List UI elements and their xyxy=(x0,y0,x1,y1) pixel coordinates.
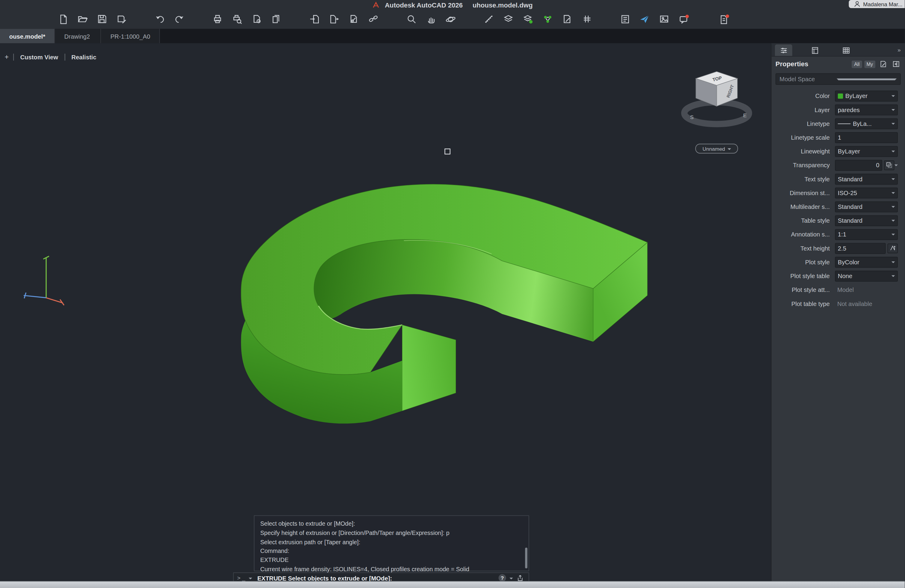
field-button[interactable] xyxy=(578,12,595,27)
command-history-line: EXTRUDE xyxy=(260,556,520,565)
color-swatch xyxy=(838,93,843,98)
command-history-panel[interactable]: Select objects to extrude or [MOde]: Spe… xyxy=(254,515,529,571)
recent-commands-icon[interactable] xyxy=(249,577,252,581)
properties-panel: » Properties All My Model Space Color xyxy=(771,43,905,581)
layer-states-icon xyxy=(523,14,533,24)
transparency-icon xyxy=(886,162,893,168)
annotation-scale-select[interactable]: 1:1 xyxy=(835,229,898,240)
xref-button[interactable] xyxy=(365,12,382,27)
annotate-button[interactable] xyxy=(559,12,576,27)
transparency-input[interactable]: 0 xyxy=(835,159,882,170)
pan-hand-icon xyxy=(426,14,436,24)
plot-style-select[interactable]: ByColor xyxy=(835,257,898,268)
redo-button[interactable] xyxy=(171,12,188,27)
viewport-menu-button[interactable]: + xyxy=(3,53,13,61)
markup-import-button[interactable] xyxy=(656,12,673,27)
text-style-select[interactable]: Standard xyxy=(835,173,898,184)
trace-button[interactable] xyxy=(716,12,733,27)
command-prompt-text[interactable]: EXTRUDE Select objects to extrude or [MO… xyxy=(257,575,495,581)
property-label: Table style xyxy=(772,217,835,224)
multileader-style-select[interactable]: Standard xyxy=(835,201,898,212)
filter-all-button[interactable]: All xyxy=(852,60,862,68)
selection-label: Model Space xyxy=(780,76,837,83)
undo-button[interactable] xyxy=(151,12,168,27)
plot-preview-button[interactable] xyxy=(229,12,246,27)
plot-style-table-select[interactable]: None xyxy=(835,270,898,281)
quick-select-button[interactable] xyxy=(878,60,888,68)
attach-button[interactable] xyxy=(345,12,362,27)
property-row-transparency: Transparency 0 xyxy=(772,158,905,172)
new-drawing-icon xyxy=(58,14,68,24)
text-height-pick-button[interactable] xyxy=(888,243,898,253)
table-style-select[interactable]: Standard xyxy=(835,215,898,226)
tab-properties[interactable] xyxy=(775,44,792,56)
viewport-visual-style-control[interactable]: Realistic xyxy=(64,54,103,60)
orbit-icon xyxy=(445,14,456,24)
command-history-line: Specify height of extrusion or [Directio… xyxy=(260,528,520,537)
viewcube[interactable]: S E TOP RIGHT xyxy=(681,68,754,133)
viewcube-graphic: S E TOP RIGHT xyxy=(681,68,754,133)
measure-button[interactable] xyxy=(480,12,497,27)
new-drawing-button[interactable] xyxy=(54,12,71,27)
selection-dropdown[interactable]: Model Space xyxy=(776,73,901,85)
save-as-button[interactable] xyxy=(113,12,130,27)
dimension-style-select[interactable]: ISO-25 xyxy=(835,187,898,199)
share-upload-icon[interactable] xyxy=(516,574,524,581)
file-tab-pr-layout[interactable]: PR-1:1000_A0 xyxy=(101,29,160,43)
point-groups-button[interactable] xyxy=(539,12,556,27)
command-line[interactable]: > _ EXTRUDE Select objects to extrude or… xyxy=(233,572,529,581)
property-value: None xyxy=(838,272,889,279)
redo-icon xyxy=(175,14,185,24)
property-label: Annotation s... xyxy=(772,231,835,238)
tab-tool-palette[interactable] xyxy=(806,44,824,56)
property-row-layer: Layer paredes xyxy=(772,103,905,117)
property-row-linetype-scale: Linetype scale 1 xyxy=(772,130,905,144)
lineweight-select[interactable]: ByLayer xyxy=(835,146,898,157)
panel-overflow-icon[interactable]: » xyxy=(897,46,901,53)
file-tab-uhouse-model[interactable]: ouse.model* xyxy=(0,29,55,43)
file-tab-label: ouse.model* xyxy=(9,33,45,40)
page-setup-button[interactable] xyxy=(248,12,265,27)
transparency-picker-button[interactable] xyxy=(884,160,894,170)
plot-preview-icon xyxy=(232,14,243,24)
chevron-down-icon xyxy=(892,95,895,99)
drawing-viewport[interactable]: + Custom View Realistic S E TOP RIGHT Un… xyxy=(0,43,771,581)
tab-table[interactable] xyxy=(837,44,855,56)
account-button[interactable]: Madalena Mar... xyxy=(849,0,905,8)
orbit-button[interactable] xyxy=(442,12,459,27)
share-button[interactable] xyxy=(636,12,653,27)
viewcube-east-label[interactable]: E xyxy=(743,112,747,118)
layer-select[interactable]: paredes xyxy=(835,104,898,115)
linetype-scale-input[interactable]: 1 xyxy=(835,132,898,143)
zoom-button[interactable] xyxy=(403,12,420,27)
layer-states-button[interactable] xyxy=(519,12,537,27)
save-button[interactable] xyxy=(94,12,111,27)
comments-button[interactable] xyxy=(675,12,692,27)
toggle-value-column-button[interactable] xyxy=(891,60,901,68)
batch-publish-button[interactable] xyxy=(268,12,285,27)
command-history-scrollbar[interactable] xyxy=(525,548,527,568)
chevron-down-icon xyxy=(892,206,895,210)
import-icon xyxy=(309,14,320,24)
text-height-input[interactable]: 2.5 xyxy=(835,243,886,254)
named-view-dropdown[interactable]: Unnamed xyxy=(695,143,738,153)
filter-my-button[interactable]: My xyxy=(864,60,875,68)
sheet-set-manager-button[interactable] xyxy=(616,12,634,27)
chevron-down-icon[interactable] xyxy=(510,577,513,581)
plot-button[interactable] xyxy=(209,12,226,27)
file-tab-bar: ouse.model* Drawing2 PR-1:1000_A0 xyxy=(0,29,905,43)
quick-select-icon xyxy=(879,60,887,68)
open-button[interactable] xyxy=(74,12,91,27)
import-button[interactable] xyxy=(306,12,323,27)
linetype-select[interactable]: ByLa... xyxy=(835,118,898,129)
viewport-view-control[interactable]: Custom View xyxy=(13,54,64,60)
layers-button[interactable] xyxy=(500,12,517,27)
export-button[interactable] xyxy=(325,12,343,27)
linetype-sample-icon xyxy=(838,123,851,124)
help-icon[interactable]: ? xyxy=(499,574,506,581)
viewcube-south-label[interactable]: S xyxy=(690,114,694,120)
pan-button[interactable] xyxy=(422,12,440,27)
file-tab-drawing2[interactable]: Drawing2 xyxy=(55,29,101,43)
file-tab-label: Drawing2 xyxy=(64,33,90,40)
color-select[interactable]: ByLayer xyxy=(835,90,898,101)
